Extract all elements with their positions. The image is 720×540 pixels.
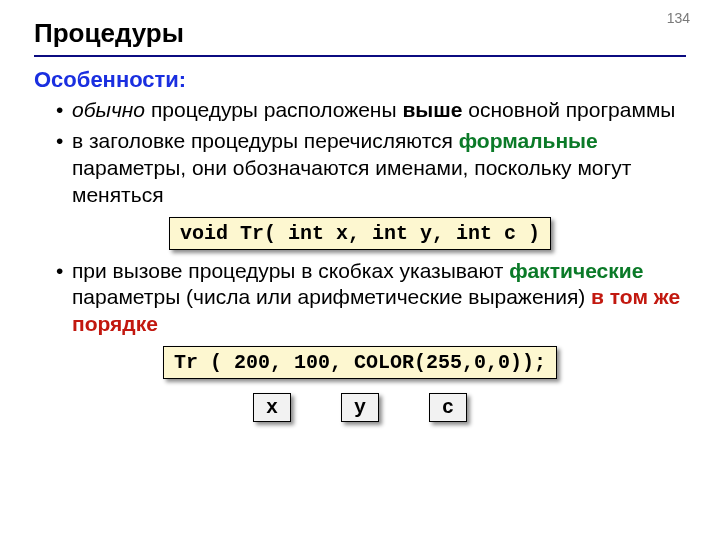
var-box-c: c — [429, 393, 467, 422]
var-box-y: y — [341, 393, 379, 422]
code-box-2: Tr ( 200, 100, COLOR(255,0,0)); — [163, 346, 557, 379]
text: параметры (числа или арифметические выра… — [72, 285, 591, 308]
subheading: Особенности: — [34, 67, 686, 93]
text-green: формальные — [459, 129, 598, 152]
bullet-item: обычно процедуры расположены выше основн… — [56, 97, 686, 124]
bullet-item: при вызове процедуры в скобках указывают… — [56, 258, 686, 339]
var-row: x y c — [34, 393, 686, 422]
bullet-item: в заголовке процедуры перечисляются форм… — [56, 128, 686, 209]
bullet-list-2: при вызове процедуры в скобках указывают… — [34, 258, 686, 339]
text: в заголовке процедуры перечисляются — [72, 129, 459, 152]
slide-title: Процедуры — [34, 18, 686, 57]
text-bold: выше — [402, 98, 462, 121]
code-box-1: void Tr( int x, int y, int c ) — [169, 217, 551, 250]
text-green: фактические — [509, 259, 643, 282]
text-italic: обычно — [72, 98, 145, 121]
page-number: 134 — [667, 10, 690, 26]
text: основной программы — [462, 98, 675, 121]
text: процедуры расположены — [145, 98, 402, 121]
text: параметры, они обозначаются именами, пос… — [72, 156, 631, 206]
var-box-x: x — [253, 393, 291, 422]
text: при вызове процедуры в скобках указывают — [72, 259, 509, 282]
bullet-list: обычно процедуры расположены выше основн… — [34, 97, 686, 209]
